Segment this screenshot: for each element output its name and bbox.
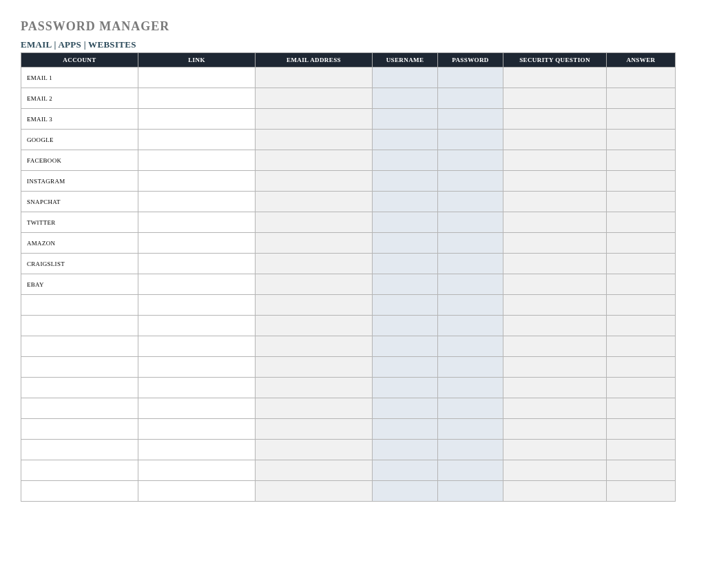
cell-answer[interactable] <box>607 212 676 233</box>
cell-username[interactable] <box>373 460 438 481</box>
cell-password[interactable] <box>438 88 503 109</box>
cell-password[interactable] <box>438 233 503 254</box>
cell-account[interactable]: FACEBOOK <box>21 150 138 171</box>
cell-password[interactable] <box>438 212 503 233</box>
cell-password[interactable] <box>438 295 503 316</box>
cell-security-question[interactable] <box>503 398 607 419</box>
cell-link[interactable] <box>138 336 256 357</box>
cell-security-question[interactable] <box>503 212 607 233</box>
cell-answer[interactable] <box>607 440 676 460</box>
cell-password[interactable] <box>438 192 503 212</box>
cell-username[interactable] <box>373 233 438 254</box>
cell-link[interactable] <box>138 295 256 316</box>
cell-email[interactable] <box>256 419 373 440</box>
cell-account[interactable]: EMAIL 1 <box>21 68 138 88</box>
cell-link[interactable] <box>138 192 256 212</box>
cell-link[interactable] <box>138 440 256 460</box>
cell-link[interactable] <box>138 316 256 336</box>
cell-username[interactable] <box>373 130 438 150</box>
cell-username[interactable] <box>373 150 438 171</box>
cell-link[interactable] <box>138 171 256 192</box>
cell-answer[interactable] <box>607 316 676 336</box>
cell-username[interactable] <box>373 419 438 440</box>
cell-security-question[interactable] <box>503 336 607 357</box>
cell-security-question[interactable] <box>503 378 607 398</box>
cell-answer[interactable] <box>607 150 676 171</box>
cell-username[interactable] <box>373 336 438 357</box>
cell-username[interactable] <box>373 88 438 109</box>
cell-account[interactable] <box>21 460 138 481</box>
cell-link[interactable] <box>138 68 256 88</box>
cell-answer[interactable] <box>607 419 676 440</box>
cell-answer[interactable] <box>607 254 676 274</box>
cell-email[interactable] <box>256 440 373 460</box>
cell-answer[interactable] <box>607 460 676 481</box>
cell-email[interactable] <box>256 295 373 316</box>
cell-security-question[interactable] <box>503 357 607 378</box>
cell-password[interactable] <box>438 68 503 88</box>
cell-link[interactable] <box>138 233 256 254</box>
cell-email[interactable] <box>256 233 373 254</box>
cell-password[interactable] <box>438 398 503 419</box>
cell-security-question[interactable] <box>503 109 607 130</box>
cell-account[interactable]: INSTAGRAM <box>21 171 138 192</box>
cell-answer[interactable] <box>607 378 676 398</box>
cell-account[interactable] <box>21 440 138 460</box>
cell-email[interactable] <box>256 212 373 233</box>
cell-email[interactable] <box>256 109 373 130</box>
cell-password[interactable] <box>438 150 503 171</box>
cell-username[interactable] <box>373 295 438 316</box>
cell-password[interactable] <box>438 357 503 378</box>
cell-answer[interactable] <box>607 295 676 316</box>
cell-account[interactable]: TWITTER <box>21 212 138 233</box>
cell-email[interactable] <box>256 130 373 150</box>
cell-answer[interactable] <box>607 68 676 88</box>
cell-password[interactable] <box>438 481 503 502</box>
cell-password[interactable] <box>438 336 503 357</box>
cell-link[interactable] <box>138 254 256 274</box>
cell-account[interactable] <box>21 481 138 502</box>
cell-username[interactable] <box>373 192 438 212</box>
cell-account[interactable] <box>21 419 138 440</box>
cell-security-question[interactable] <box>503 481 607 502</box>
cell-password[interactable] <box>438 460 503 481</box>
cell-username[interactable] <box>373 440 438 460</box>
cell-email[interactable] <box>256 68 373 88</box>
cell-security-question[interactable] <box>503 88 607 109</box>
cell-answer[interactable] <box>607 88 676 109</box>
cell-email[interactable] <box>256 192 373 212</box>
cell-email[interactable] <box>256 378 373 398</box>
cell-security-question[interactable] <box>503 192 607 212</box>
cell-password[interactable] <box>438 316 503 336</box>
cell-password[interactable] <box>438 419 503 440</box>
cell-account[interactable] <box>21 398 138 419</box>
cell-security-question[interactable] <box>503 274 607 295</box>
cell-security-question[interactable] <box>503 460 607 481</box>
cell-email[interactable] <box>256 481 373 502</box>
cell-answer[interactable] <box>607 398 676 419</box>
cell-link[interactable] <box>138 419 256 440</box>
cell-security-question[interactable] <box>503 130 607 150</box>
cell-username[interactable] <box>373 398 438 419</box>
cell-account[interactable]: AMAZON <box>21 233 138 254</box>
cell-username[interactable] <box>373 212 438 233</box>
cell-link[interactable] <box>138 378 256 398</box>
cell-password[interactable] <box>438 440 503 460</box>
cell-username[interactable] <box>373 254 438 274</box>
cell-email[interactable] <box>256 150 373 171</box>
cell-answer[interactable] <box>607 192 676 212</box>
cell-username[interactable] <box>373 357 438 378</box>
cell-link[interactable] <box>138 398 256 419</box>
cell-account[interactable]: EMAIL 3 <box>21 109 138 130</box>
cell-password[interactable] <box>438 130 503 150</box>
cell-account[interactable]: CRAIGSLIST <box>21 254 138 274</box>
cell-security-question[interactable] <box>503 150 607 171</box>
cell-email[interactable] <box>256 398 373 419</box>
cell-username[interactable] <box>373 481 438 502</box>
cell-link[interactable] <box>138 481 256 502</box>
cell-password[interactable] <box>438 274 503 295</box>
cell-link[interactable] <box>138 212 256 233</box>
cell-security-question[interactable] <box>503 233 607 254</box>
cell-username[interactable] <box>373 109 438 130</box>
cell-username[interactable] <box>373 171 438 192</box>
